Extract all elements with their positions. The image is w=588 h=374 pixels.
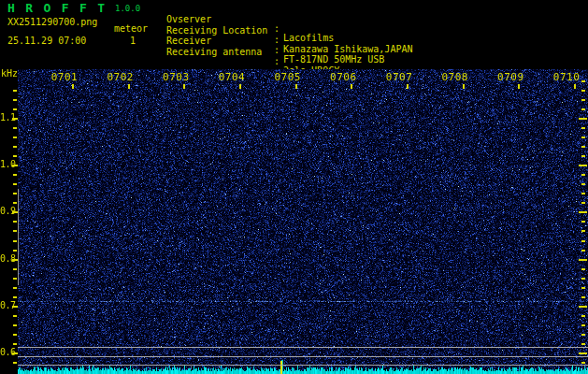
time-label: 0707	[383, 72, 415, 82]
freq-tick-minor	[581, 278, 585, 280]
minute-tick	[295, 84, 297, 89]
freq-tick-major	[12, 211, 18, 213]
freq-tick-major	[579, 211, 587, 213]
freq-tick-minor	[13, 250, 17, 252]
freq-tick-minor	[13, 296, 17, 298]
freq-tick-minor	[13, 155, 17, 157]
freq-tick-minor	[13, 240, 17, 242]
time-label: 0710	[551, 72, 582, 82]
freq-tick-major	[579, 306, 587, 308]
time-label: 0709	[495, 72, 526, 82]
minute-tick	[128, 84, 130, 89]
time-label: 0704	[216, 72, 248, 82]
freq-tick-major	[579, 352, 587, 354]
freq-tick-major	[12, 259, 18, 261]
freq-tick-minor	[13, 230, 17, 232]
minute-tick	[351, 84, 352, 89]
freq-tick-major	[579, 118, 587, 120]
time-label: 0708	[439, 72, 471, 82]
freq-tick-minor	[13, 278, 17, 280]
freq-tick-minor	[13, 334, 17, 336]
freq-label: 0.7	[0, 301, 13, 310]
freq-tick-minor	[13, 324, 17, 326]
hrofft-screen: H R O F F T 1.0.0 XX2511290700.png meteo…	[0, 0, 588, 374]
freq-tick-minor	[581, 127, 585, 129]
freq-tick-minor	[581, 183, 585, 185]
freq-tick-major	[12, 352, 18, 354]
freq-tick-minor	[13, 90, 17, 92]
freq-label: 0.9	[0, 207, 13, 216]
freq-tick-minor	[13, 268, 17, 270]
freq-tick-minor	[581, 193, 585, 194]
time-label: 0706	[327, 72, 359, 82]
freq-tick-minor	[581, 296, 585, 298]
freq-tick-major	[579, 259, 587, 261]
freq-tick-minor	[581, 137, 585, 138]
freq-label: 1.1	[0, 113, 13, 122]
freq-tick-minor	[581, 146, 585, 148]
freq-label: 1.0	[0, 160, 13, 169]
freq-tick-major	[579, 165, 587, 166]
freq-tick-minor	[581, 221, 585, 223]
minute-tick	[518, 84, 520, 89]
freq-tick-minor	[13, 127, 17, 129]
freq-tick-minor	[581, 268, 585, 270]
freq-label: 0.8	[0, 254, 13, 264]
freq-tick-major	[12, 165, 18, 166]
freq-tick-minor	[13, 137, 17, 138]
freq-tick-minor	[581, 343, 585, 345]
freq-tick-minor	[13, 221, 17, 223]
freq-tick-minor	[13, 99, 17, 101]
time-label: 0705	[272, 72, 304, 82]
minute-tick	[574, 84, 576, 89]
minute-tick	[463, 84, 465, 89]
freq-tick-minor	[581, 99, 585, 101]
minute-tick	[407, 84, 409, 89]
freq-tick-minor	[13, 193, 17, 194]
freq-tick-minor	[581, 174, 585, 176]
freq-tick-minor	[581, 287, 585, 289]
freq-tick-minor	[13, 183, 17, 185]
time-label: 0703	[160, 72, 192, 82]
freq-tick-minor	[13, 362, 17, 364]
freq-tick-minor	[581, 80, 585, 82]
freq-tick-minor	[13, 287, 17, 289]
axes-layer: 0701070207030704070507060707070807090710…	[0, 0, 588, 374]
freq-tick-minor	[581, 324, 585, 326]
time-label: 0702	[105, 72, 136, 82]
minute-tick	[72, 84, 74, 89]
freq-tick-minor	[581, 250, 585, 252]
freq-tick-minor	[581, 240, 585, 242]
freq-tick-major	[12, 306, 18, 308]
freq-tick-minor	[581, 155, 585, 157]
freq-tick-minor	[581, 315, 585, 317]
freq-tick-minor	[13, 108, 17, 110]
freq-tick-minor	[581, 362, 585, 364]
minute-tick	[239, 84, 241, 89]
freq-tick-minor	[13, 174, 17, 176]
time-label: 0701	[49, 72, 80, 82]
freq-tick-minor	[581, 230, 585, 232]
freq-tick-minor	[13, 146, 17, 148]
freq-tick-minor	[13, 343, 17, 345]
freq-tick-minor	[581, 90, 585, 92]
freq-tick-minor	[581, 108, 585, 110]
freq-tick-major	[12, 118, 18, 120]
freq-label: 0.6	[0, 348, 13, 357]
freq-tick-minor	[581, 334, 585, 336]
freq-tick-minor	[13, 315, 17, 317]
freq-tick-minor	[581, 202, 585, 204]
freq-tick-minor	[13, 202, 17, 204]
minute-tick	[183, 84, 185, 89]
